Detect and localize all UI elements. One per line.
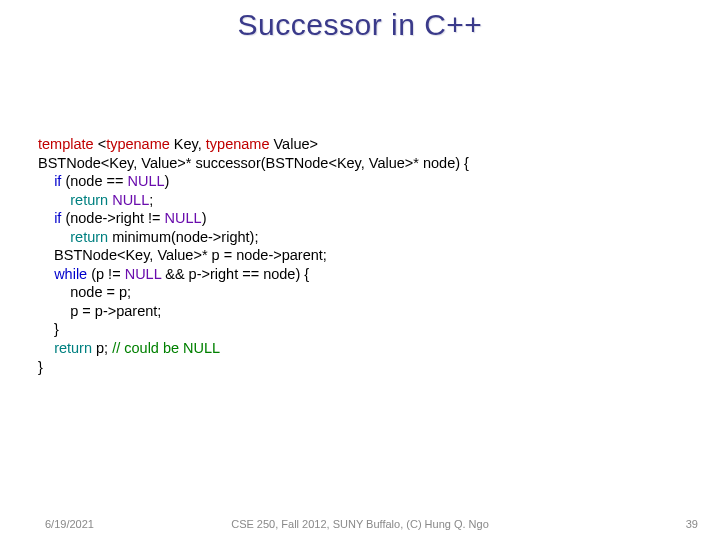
slide-title: Successor in C++ bbox=[0, 0, 720, 42]
kw-typename: typename bbox=[106, 136, 170, 152]
code-line: node = p; bbox=[38, 284, 131, 300]
kw-return: return bbox=[70, 192, 108, 208]
kw-typename: typename bbox=[206, 136, 270, 152]
kw-null: NULL bbox=[165, 210, 202, 226]
code-line: BSTNode<Key, Value>* successor(BSTNode<K… bbox=[38, 155, 469, 171]
kw-null: NULL bbox=[112, 192, 149, 208]
code-line: } bbox=[38, 359, 43, 375]
kw-return: return bbox=[70, 229, 108, 245]
code-block: template <typename Key, typename Value> … bbox=[38, 135, 469, 376]
kw-null: NULL bbox=[127, 173, 164, 189]
code-line: } bbox=[38, 321, 59, 337]
footer-course: CSE 250, Fall 2012, SUNY Buffalo, (C) Hu… bbox=[0, 518, 720, 530]
kw-null: NULL bbox=[125, 266, 162, 282]
kw-template: template bbox=[38, 136, 94, 152]
footer-page: 39 bbox=[686, 518, 698, 530]
kw-while: while bbox=[54, 266, 87, 282]
code-line: p = p->parent; bbox=[38, 303, 161, 319]
kw-return: return bbox=[54, 340, 92, 356]
comment: // could be NULL bbox=[112, 340, 220, 356]
code-line: BSTNode<Key, Value>* p = node->parent; bbox=[38, 247, 327, 263]
